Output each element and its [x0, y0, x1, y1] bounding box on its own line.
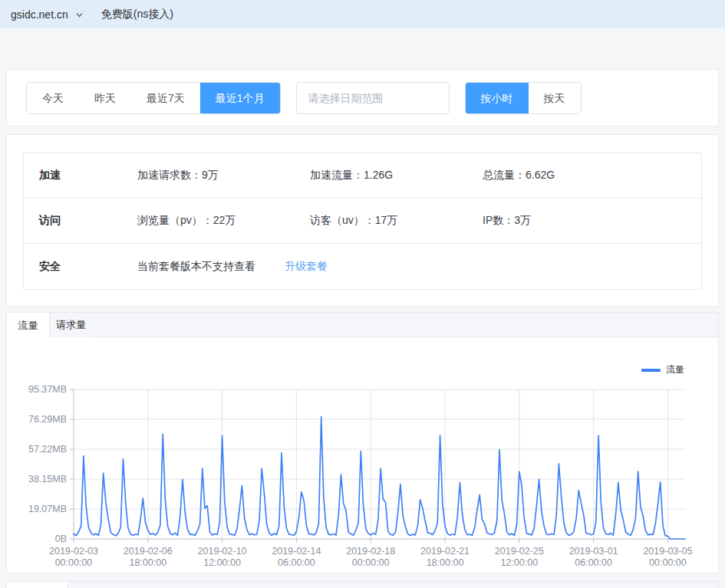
svg-text:06:00:00: 06:00:00: [278, 557, 315, 568]
stat-total-traffic: 总流量：6.62G: [483, 169, 701, 182]
chevron-down-icon[interactable]: [75, 11, 84, 19]
svg-text:00:00:00: 00:00:00: [55, 557, 93, 568]
svg-text:2019-03-01: 2019-03-01: [569, 546, 618, 557]
svg-text:19.07MB: 19.07MB: [28, 504, 67, 514]
plan-label: 免费版(ns接入): [101, 8, 173, 21]
table-row-visits: 访问 浏览量（pv）：22万 访客（uv）：17万 IP数：3万: [24, 199, 701, 244]
svg-text:18:00:00: 18:00:00: [427, 557, 464, 568]
preset-yesterday-button[interactable]: 昨天: [79, 83, 131, 113]
svg-text:18:00:00: 18:00:00: [129, 557, 166, 568]
summary-stats-table: 加速 加速请求数：9万 加速流量：1.26G 总流量：6.62G 访问 浏览量（…: [23, 153, 702, 290]
row-label: 访问: [24, 214, 137, 228]
upgrade-plan-link[interactable]: 升级套餐: [285, 260, 328, 274]
table-row-security: 安全 当前套餐版本不支持查看 升级套餐: [24, 244, 701, 289]
tabbar-filler: [93, 313, 718, 337]
stat-accel-traffic: 加速流量：1.26G: [310, 169, 483, 182]
partial-next-tabbar: [6, 581, 719, 588]
preset-today-button[interactable]: 今天: [27, 83, 79, 113]
by-hour-button[interactable]: 按小时: [466, 83, 529, 113]
svg-text:2019-03-05: 2019-03-05: [643, 546, 692, 557]
stat-pageviews: 浏览量（pv）：22万: [137, 214, 310, 228]
svg-text:2019-02-21: 2019-02-21: [420, 546, 470, 557]
svg-text:00:00:00: 00:00:00: [649, 557, 687, 568]
stat-ip-count: IP数：3万: [483, 214, 701, 228]
svg-text:0B: 0B: [55, 534, 67, 544]
svg-text:2019-02-25: 2019-02-25: [495, 546, 544, 557]
row-label: 安全: [24, 260, 137, 274]
svg-text:57.22MB: 57.22MB: [28, 444, 67, 455]
security-cell: 当前套餐版本不支持查看 升级套餐: [137, 260, 701, 274]
stat-visitors: 访客（uv）：17万: [310, 214, 483, 228]
svg-text:00:00:00: 00:00:00: [352, 557, 390, 568]
granularity-toggle: 按小时 按天: [465, 82, 582, 114]
svg-text:06:00:00: 06:00:00: [575, 557, 612, 568]
domain-selector[interactable]: gsidc.net.cn: [11, 8, 68, 21]
tab-traffic[interactable]: 流量: [7, 313, 50, 338]
filter-toolbar: 今天 昨天 最近7天 最近1个月 按小时 按天: [6, 69, 719, 126]
traffic-line-chart[interactable]: 0B19.07MB38.15MB57.22MB76.29MB95.37MB201…: [7, 351, 718, 572]
security-unsupported-text: 当前套餐版本不支持查看: [137, 260, 255, 274]
stat-accel-requests: 加速请求数：9万: [137, 169, 310, 182]
chart-tabbar: 流量 请求量: [6, 312, 719, 337]
svg-text:12:00:00: 12:00:00: [203, 557, 241, 568]
table-row-acceleration: 加速 加速请求数：9万 加速流量：1.26G 总流量：6.62G: [24, 153, 701, 199]
date-range-presets: 今天 昨天 最近7天 最近1个月: [26, 82, 281, 114]
preset-last7days-button[interactable]: 最近7天: [131, 83, 200, 113]
svg-text:2019-02-14: 2019-02-14: [272, 546, 321, 557]
date-range-input[interactable]: [296, 82, 450, 114]
svg-text:2019-02-18: 2019-02-18: [346, 546, 395, 557]
by-day-button[interactable]: 按天: [529, 83, 581, 113]
svg-text:38.15MB: 38.15MB: [28, 474, 67, 485]
svg-text:2019-02-10: 2019-02-10: [198, 546, 247, 557]
svg-text:2019-02-06: 2019-02-06: [124, 546, 173, 557]
svg-text:76.29MB: 76.29MB: [28, 414, 67, 425]
row-label: 加速: [24, 169, 137, 182]
top-header: gsidc.net.cn 免费版(ns接入): [0, 0, 725, 28]
preset-last1month-button[interactable]: 最近1个月: [200, 83, 280, 113]
svg-text:2019-02-03: 2019-02-03: [49, 546, 98, 557]
tab-requests[interactable]: 请求量: [50, 313, 93, 338]
svg-text:95.37MB: 95.37MB: [28, 384, 67, 395]
summary-stats-card: 加速 加速请求数：9万 加速流量：1.26G 总流量：6.62G 访问 浏览量（…: [6, 134, 719, 307]
svg-text:12:00:00: 12:00:00: [500, 557, 538, 568]
partial-active-tab[interactable]: [7, 582, 68, 588]
traffic-chart-card: 流量 0B19.07MB38.15MB57.22MB76.29MB95.37MB…: [6, 337, 719, 573]
